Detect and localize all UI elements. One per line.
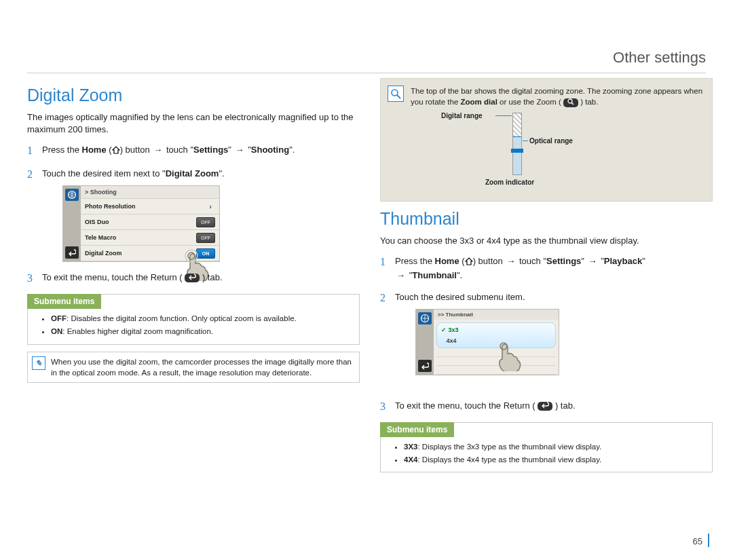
section-title-digital-zoom: Digital Zoom: [27, 83, 360, 107]
home-outline-icon: (): [109, 145, 123, 155]
arrow-icon: →: [234, 144, 246, 156]
menu-row-tele-macro: Tele Macro OFF: [81, 230, 219, 246]
section-title-thumbnail: Thumbnail: [380, 207, 713, 231]
arrow-icon: →: [395, 269, 407, 282]
svg-line-6: [571, 102, 574, 105]
zoom-diagram: Digital range Optical range Zoom indicat…: [411, 113, 705, 194]
submenu-item-off: OFF: Disables the digital zoom function.…: [51, 313, 352, 324]
return-icon: [538, 402, 552, 411]
arrow-icon: →: [505, 255, 516, 267]
note-icon: ✎: [32, 356, 45, 370]
menu-globe-icon: [65, 189, 79, 201]
zoom-slider-icon: [511, 149, 523, 153]
svg-point-3: [392, 90, 398, 96]
submenu-item-4x4: 4X4: Displays the 4x4 type as the thumbn…: [404, 454, 705, 465]
arrow-icon: →: [587, 255, 599, 267]
toggle-off: OFF: [196, 217, 215, 227]
th-step-2: Touch the desired submenu item.: [380, 291, 713, 391]
submenu-item-3x3: 3X3: Displays the 3x3 type as the thumbn…: [404, 441, 705, 452]
svg-point-5: [568, 99, 572, 103]
touch-hand-icon: [490, 337, 524, 371]
label-zoom-indicator: Zoom indicator: [485, 178, 534, 187]
menu-header: > Shooting: [81, 186, 219, 200]
dz-step-3: To exit the menu, touch the Return ( ) t…: [27, 272, 360, 284]
th-step-1: Press the Home () button → touch "Settin…: [380, 255, 713, 281]
left-column: Digital Zoom The images optically magnif…: [27, 78, 360, 383]
menu-return-icon: [65, 246, 79, 259]
chevron-right-icon: ›: [206, 202, 215, 212]
menu-row-ois-duo: OIS Duo OFF: [81, 214, 219, 230]
dz-step-2: Touch the desired item next to "Digital …: [27, 168, 360, 263]
label-digital-range: Digital range: [441, 111, 483, 121]
magnifier-icon: [388, 86, 404, 102]
home-outline-icon: (): [462, 256, 476, 266]
page-header: Other settings: [27, 48, 706, 73]
svg-line-4: [397, 95, 400, 98]
digital-zoom-intro: The images optically magnified by the le…: [27, 111, 360, 136]
dz-step-1: Press the Home () button → touch "Settin…: [27, 144, 360, 157]
submenu-title: Submenu items: [380, 422, 454, 438]
zoom-tab-icon: [563, 98, 578, 107]
submenu-box-digital-zoom: Submenu items OFF: Disables the digital …: [27, 294, 360, 345]
zoom-bar: [512, 113, 522, 175]
thumbnail-menu-screenshot: >> Thumbnail ✓ 3x3 4x4: [415, 309, 559, 375]
zoom-info-text: The top of the bar shows the digital zoo…: [411, 86, 705, 107]
th-step-3: To exit the menu, touch the Return ( ) t…: [380, 400, 713, 412]
zoom-info-box: The top of the bar shows the digital zoo…: [380, 78, 713, 202]
arrow-icon: →: [152, 144, 164, 156]
page-number: 65: [693, 536, 702, 548]
submenu-item-on: ON: Enables higher digital zoom magnific…: [51, 326, 352, 337]
menu-row-photo-resolution: Photo Resolution ›: [81, 199, 219, 214]
note-text: When you use the digital zoom, the camco…: [51, 356, 355, 378]
menu-return-icon: [418, 360, 432, 372]
label-optical-range: Optical range: [529, 136, 573, 146]
submenu-box-thumbnail: Submenu items 3X3: Displays the 3x3 type…: [380, 422, 713, 473]
thumb-menu-header: >> Thumbnail: [434, 310, 559, 320]
thumbnail-intro: You can choose the 3x3 or 4x4 type as th…: [380, 235, 713, 247]
thumb-option-3x3: ✓ 3x3: [441, 326, 551, 335]
toggle-off: OFF: [196, 233, 215, 243]
right-column: The top of the bar shows the digital zoo…: [380, 78, 713, 479]
menu-globe-icon: [418, 312, 432, 324]
return-icon: [185, 274, 200, 282]
note-box: ✎ When you use the digital zoom, the cam…: [27, 352, 360, 383]
submenu-title: Submenu items: [27, 294, 101, 310]
